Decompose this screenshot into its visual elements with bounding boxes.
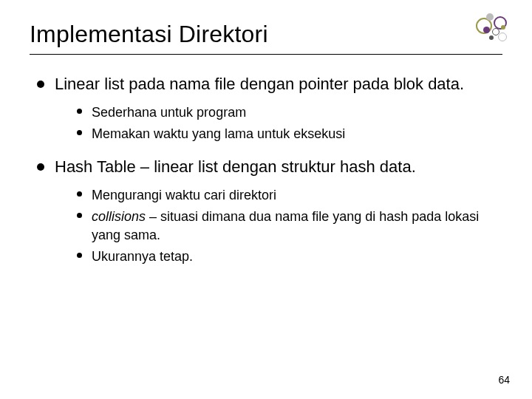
subbullet: Ukurannya tetap. bbox=[75, 248, 502, 265]
bullet-list-level2: Mengurangi waktu cari direktori collisio… bbox=[55, 186, 502, 265]
bullet-text: Linear list pada nama file dengan pointe… bbox=[55, 75, 464, 93]
page-number: 64 bbox=[498, 374, 510, 386]
subbullet: Mengurangi waktu cari direktori bbox=[75, 186, 502, 204]
subbullet: Sederhana untuk program bbox=[75, 103, 502, 121]
corner-ornament bbox=[476, 13, 513, 46]
bullet-hash-table: Hash Table – linear list dengan struktur… bbox=[34, 157, 502, 265]
subbullet-text-rest: – situasi dimana dua nama file yang di h… bbox=[92, 209, 479, 242]
subbullet: collisions – situasi dimana dua nama fil… bbox=[75, 208, 502, 244]
bullet-list-level1: Linear list pada nama file dengan pointe… bbox=[30, 74, 502, 265]
title-underline bbox=[30, 54, 502, 55]
bullet-text: Hash Table – linear list dengan struktur… bbox=[55, 157, 416, 176]
subbullet: Memakan waktu yang lama untuk eksekusi bbox=[75, 125, 502, 143]
italic-term: collisions bbox=[92, 209, 146, 224]
slide: Implementasi Direktori Linear list pada … bbox=[0, 0, 532, 399]
slide-title: Implementasi Direktori bbox=[30, 21, 502, 48]
bullet-list-level2: Sederhana untuk program Memakan waktu ya… bbox=[55, 103, 502, 143]
bullet-linear-list: Linear list pada nama file dengan pointe… bbox=[34, 74, 502, 143]
